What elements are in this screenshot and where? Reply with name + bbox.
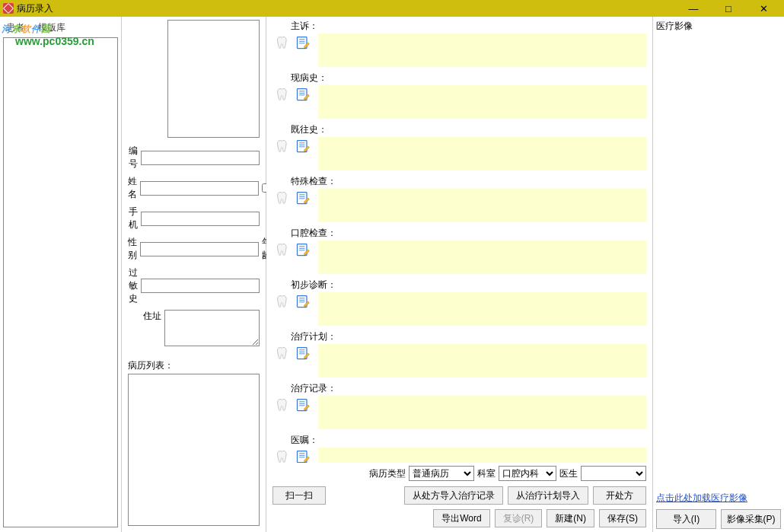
name-field[interactable] bbox=[140, 181, 259, 196]
edit-note-icon[interactable] bbox=[294, 448, 312, 463]
template-list[interactable] bbox=[3, 37, 118, 527]
section-textarea[interactable] bbox=[318, 241, 646, 274]
label-record-type: 病历类型 bbox=[369, 467, 406, 480]
label-records: 病历列表： bbox=[128, 359, 260, 372]
footer-config: 病历类型 普通病历 科室 口腔内科 医生 bbox=[266, 463, 652, 484]
patient-panel: 编号 姓名 VIP 手机 性别 年龄 过敏史 住址 病历列表： bbox=[122, 17, 266, 532]
app-icon bbox=[3, 3, 14, 14]
tooth-icon[interactable] bbox=[274, 292, 292, 311]
record-list[interactable] bbox=[128, 374, 260, 526]
label-address: 住址 bbox=[128, 310, 161, 323]
label-phone: 手机 bbox=[128, 205, 138, 231]
label-name: 姓名 bbox=[128, 175, 137, 201]
section-textarea[interactable] bbox=[318, 396, 646, 429]
maximize-button[interactable]: □ bbox=[711, 0, 746, 17]
tooth-icon[interactable] bbox=[274, 189, 292, 207]
section-textarea[interactable] bbox=[318, 344, 646, 377]
record-section: 主诉： bbox=[274, 20, 646, 67]
section-label: 医嘱： bbox=[291, 434, 646, 447]
record-section: 医嘱： bbox=[274, 434, 646, 463]
prescribe-button[interactable]: 开处方 bbox=[593, 486, 646, 505]
record-section: 口腔检查： bbox=[274, 227, 646, 274]
capture-image-button[interactable]: 影像采集(P) bbox=[721, 509, 781, 529]
edit-note-icon[interactable] bbox=[294, 292, 312, 311]
allergy-field[interactable] bbox=[141, 279, 260, 293]
save-button[interactable]: 保存(S) bbox=[599, 509, 646, 527]
load-imaging-link[interactable]: 点击此处加载医疗影像 bbox=[656, 492, 781, 505]
edit-note-icon[interactable] bbox=[294, 137, 312, 155]
section-textarea[interactable] bbox=[318, 33, 646, 67]
label-id: 编号 bbox=[128, 145, 138, 170]
address-field[interactable] bbox=[164, 310, 260, 346]
label-doctor: 医生 bbox=[559, 467, 578, 480]
section-label: 治疗计划： bbox=[291, 330, 646, 343]
tooth-icon[interactable] bbox=[274, 344, 292, 362]
import-from-plan-button[interactable]: 从治疗计划导入 bbox=[508, 486, 588, 505]
section-label: 既往史： bbox=[291, 123, 646, 136]
section-label: 口腔检查： bbox=[291, 227, 646, 240]
tooth-icon[interactable] bbox=[274, 241, 292, 259]
tooth-icon[interactable] bbox=[274, 448, 292, 463]
minimize-button[interactable]: ― bbox=[676, 0, 711, 17]
edit-note-icon[interactable] bbox=[294, 85, 312, 104]
section-label: 现病史： bbox=[291, 72, 646, 84]
label-allergy: 过敏史 bbox=[128, 266, 138, 305]
section-textarea[interactable] bbox=[318, 448, 646, 463]
scan-button[interactable]: 扫一扫 bbox=[272, 486, 326, 505]
main-panel: 主诉：现病史：既往史：特殊检查：口腔检查：初步诊断：治疗计划：治疗记录：医嘱： … bbox=[266, 17, 653, 532]
edit-note-icon[interactable] bbox=[294, 396, 312, 414]
dept-select[interactable]: 口腔内科 bbox=[499, 466, 556, 481]
import-from-rx-button[interactable]: 从处方导入治疗记录 bbox=[404, 486, 503, 505]
tab-template[interactable]: 模版库 bbox=[38, 21, 65, 34]
section-textarea[interactable] bbox=[318, 189, 646, 222]
tooth-icon[interactable] bbox=[274, 85, 292, 104]
revisit-button[interactable]: 复诊(R) bbox=[495, 509, 543, 527]
record-section: 特殊检查： bbox=[274, 175, 646, 222]
label-sex: 性别 bbox=[128, 236, 137, 262]
tooth-icon[interactable] bbox=[274, 396, 292, 414]
phone-field[interactable] bbox=[141, 212, 260, 226]
tooth-icon[interactable] bbox=[274, 137, 292, 155]
tab-patient[interactable]: 患者 bbox=[6, 21, 24, 34]
section-label: 治疗记录： bbox=[291, 382, 646, 395]
imaging-area[interactable] bbox=[656, 36, 781, 487]
titlebar: 病历录入 ― □ ✕ bbox=[0, 0, 784, 17]
edit-note-icon[interactable] bbox=[294, 189, 312, 207]
export-word-button[interactable]: 导出Word bbox=[433, 509, 489, 527]
section-textarea[interactable] bbox=[318, 292, 646, 326]
tooth-icon[interactable] bbox=[274, 33, 292, 52]
sex-field[interactable] bbox=[140, 242, 259, 256]
record-section: 治疗记录： bbox=[274, 382, 646, 429]
left-panel: 患者 模版库 bbox=[0, 17, 122, 532]
imaging-panel: 医疗影像 点击此处加载医疗影像 导入(I) 影像采集(P) bbox=[653, 17, 784, 532]
section-label: 特殊检查： bbox=[291, 175, 646, 188]
section-label: 初步诊断： bbox=[291, 279, 646, 291]
record-section: 现病史： bbox=[274, 72, 646, 119]
edit-note-icon[interactable] bbox=[294, 344, 312, 362]
doctor-select[interactable] bbox=[581, 466, 646, 481]
import-image-button[interactable]: 导入(I) bbox=[656, 509, 716, 529]
patient-photo[interactable] bbox=[167, 20, 260, 138]
record-section: 初步诊断： bbox=[274, 279, 646, 326]
record-section: 既往史： bbox=[274, 123, 646, 170]
id-field[interactable] bbox=[141, 151, 260, 165]
window-title: 病历录入 bbox=[17, 2, 53, 15]
record-type-select[interactable]: 普通病历 bbox=[409, 466, 474, 481]
new-button[interactable]: 新建(N) bbox=[547, 509, 594, 527]
edit-note-icon[interactable] bbox=[294, 33, 312, 52]
close-button[interactable]: ✕ bbox=[746, 0, 781, 17]
imaging-title: 医疗影像 bbox=[656, 20, 781, 33]
label-dept: 科室 bbox=[477, 467, 496, 480]
section-label: 主诉： bbox=[291, 20, 646, 33]
edit-note-icon[interactable] bbox=[294, 241, 312, 259]
record-section: 治疗计划： bbox=[274, 330, 646, 377]
section-textarea[interactable] bbox=[318, 85, 646, 119]
section-textarea[interactable] bbox=[318, 137, 646, 170]
